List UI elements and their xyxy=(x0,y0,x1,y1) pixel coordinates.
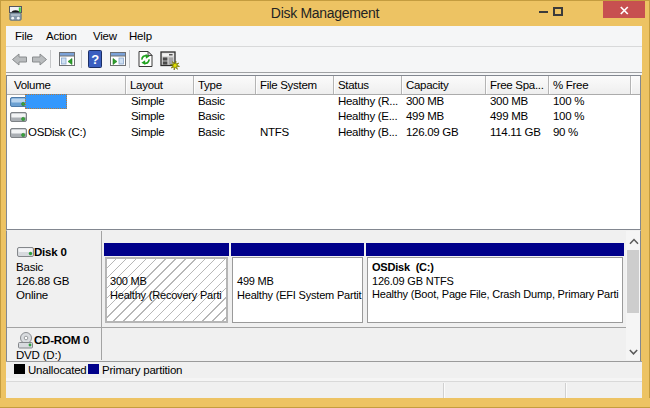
svg-text:?: ? xyxy=(91,52,99,67)
